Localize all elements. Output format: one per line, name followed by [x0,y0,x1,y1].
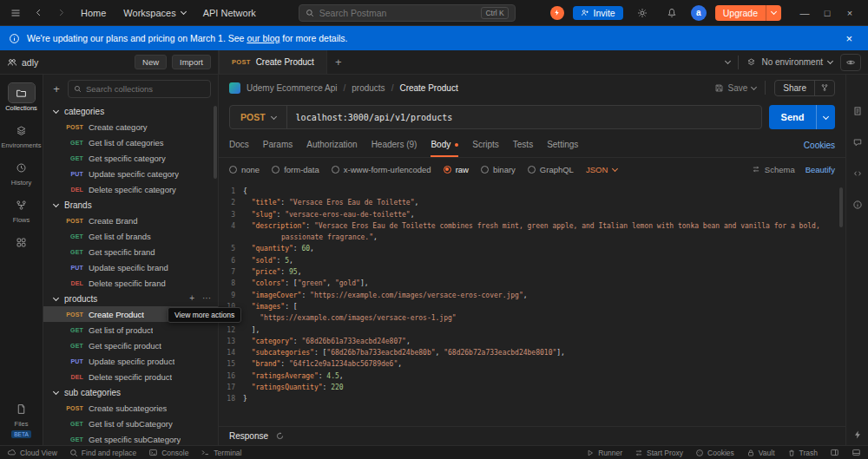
sidebar-scrollbar[interactable] [214,106,217,179]
body-type-form-data[interactable]: form-data [272,165,319,174]
trash-button[interactable]: Trash [787,449,818,457]
body-type-raw[interactable]: raw [444,165,469,174]
terminal-button[interactable]: Terminal [201,448,241,457]
menu-icon[interactable] [5,3,26,23]
breadcrumb-request[interactable]: Create Product [399,83,457,93]
editor-scrollbar[interactable] [839,187,843,227]
rail-collections[interactable]: Collections [0,80,43,115]
request-get-specific-product[interactable]: GETGet specific product [43,338,218,353]
code-icon[interactable] [852,168,863,179]
share-button[interactable]: Share [774,80,835,96]
info-icon[interactable] [852,200,863,210]
request-get-specific-category[interactable]: GETGet specific category [43,150,218,166]
folder-brands[interactable]: Brands [43,197,218,213]
tab-overflow-chevron-icon[interactable] [725,58,731,64]
forward-icon[interactable] [50,3,71,23]
request-get-list-of-categories[interactable]: GETGet list of categories [43,134,218,150]
tab-authorization[interactable]: Authorization [306,134,357,157]
maximize-icon[interactable]: □ [816,3,838,23]
tab-scripts[interactable]: Scripts [472,134,499,157]
tab-tests[interactable]: Tests [513,134,533,157]
environment-selector[interactable]: No environment [746,57,832,67]
cloud-view-button[interactable]: Cloud View [7,448,57,457]
rail-environments[interactable]: Environments [0,117,43,153]
body-type-none[interactable]: none [229,165,260,174]
cookies-link[interactable]: Cookies [804,134,835,157]
workspace-switcher[interactable]: adly [7,57,38,68]
request-get-list-of-subcategory[interactable]: GETGet list of subCategory [43,416,218,431]
tab-params[interactable]: Params [263,134,293,157]
new-button[interactable]: New [135,55,167,69]
nav-workspaces[interactable]: Workspaces [115,5,193,21]
rail-flows[interactable]: Flows [0,192,43,227]
folder-categories[interactable]: categories [43,103,218,119]
documentation-icon[interactable] [852,106,863,116]
body-type-binary[interactable]: binary [481,165,516,174]
request-delete-specific-brand[interactable]: DELDelete specific brand [43,275,218,291]
chevron-down-icon[interactable] [766,5,781,21]
postbot-icon[interactable] [852,429,863,440]
request-create-category[interactable]: POSTCreate category [43,119,218,134]
fork-icon[interactable] [814,81,834,95]
response-section-header[interactable]: Response [219,426,845,445]
folder-products[interactable]: products+··· [43,291,218,306]
tab-headers[interactable]: Headers (9) [372,134,418,157]
request-get-specific-brand[interactable]: GETGet specific brand [43,244,218,259]
avatar[interactable]: a [691,5,707,21]
breadcrumb-folder[interactable]: products [352,83,385,93]
request-update-specific-product[interactable]: PUTUpdate specific product [43,353,218,369]
new-collection-icon[interactable]: + [50,82,62,95]
request-get-list-of-brands[interactable]: GETGet list of brands [43,228,218,244]
folder-sub-categories[interactable]: sub categories [43,384,218,400]
close-icon[interactable]: × [838,3,861,23]
request-delete-specific-product[interactable]: DELDelete specific product [43,369,218,384]
nav-home[interactable]: Home [73,5,114,21]
find-and-replace-button[interactable]: Find and replace [69,449,136,457]
invite-button[interactable]: Invite [573,6,623,20]
vault-button[interactable]: Vault [746,449,775,457]
language-selector[interactable]: JSON [586,165,617,174]
beautify-button[interactable]: Beautify [806,165,835,174]
tab-docs[interactable]: Docs [229,134,249,157]
more-actions-icon[interactable]: ··· [202,294,211,303]
tab-body[interactable]: Body [431,134,458,157]
request-create-subcategories[interactable]: POSTCreate subcategories [43,400,218,416]
request-update-specific-brand[interactable]: PUTUpdate specific brand [43,259,218,275]
banner-link[interactable]: our blog [247,33,279,43]
banner-close-icon[interactable]: × [838,32,859,45]
rail-history[interactable]: History [0,154,43,190]
bottom-pane-icon[interactable] [852,448,861,457]
request-create-brand[interactable]: POSTCreate Brand [43,213,218,228]
split-pane-icon[interactable] [830,448,839,457]
rail-apis[interactable] [0,229,43,255]
body-editor[interactable]: 1{2 "title": "Versace Eros Eau de Toilet… [219,180,845,426]
console-button[interactable]: Console [148,448,188,457]
gear-icon[interactable] [632,3,653,23]
upgrade-button[interactable]: Upgrade [715,5,781,21]
tab-settings[interactable]: Settings [547,134,578,157]
bolt-icon[interactable] [550,6,564,20]
environment-quick-look-button[interactable] [840,54,861,71]
global-search-input[interactable] [319,8,477,18]
chevron-down-icon[interactable] [816,105,835,129]
schema-button[interactable]: Schema [752,165,795,174]
add-request-icon[interactable]: + [189,294,194,303]
collections-search[interactable] [68,80,211,98]
cookies-button[interactable]: Cookies [695,449,734,457]
nav-api-network[interactable]: API Network [195,5,264,21]
save-button[interactable]: Save [714,83,757,93]
tab-create-product[interactable]: POST Create Product [219,50,327,74]
method-selector[interactable]: POST [230,112,286,122]
comment-icon[interactable] [852,137,863,148]
request-get-specific-subcategory[interactable]: GETGet specific subCategory [43,431,218,445]
new-tab-button[interactable]: + [327,50,350,74]
body-type-graphql[interactable]: GraphQL [528,165,574,174]
runner-button[interactable]: Runner [586,449,622,457]
rail-files[interactable]: Files BETA [0,396,43,442]
bell-icon[interactable] [661,3,682,23]
request-get-list-of-product[interactable]: GETGet list of product [43,322,218,338]
url-input[interactable] [287,113,761,122]
minimize-icon[interactable]: — [793,3,816,23]
start-proxy-button[interactable]: Start Proxy [635,449,683,457]
global-search[interactable]: Ctrl K [299,4,516,22]
